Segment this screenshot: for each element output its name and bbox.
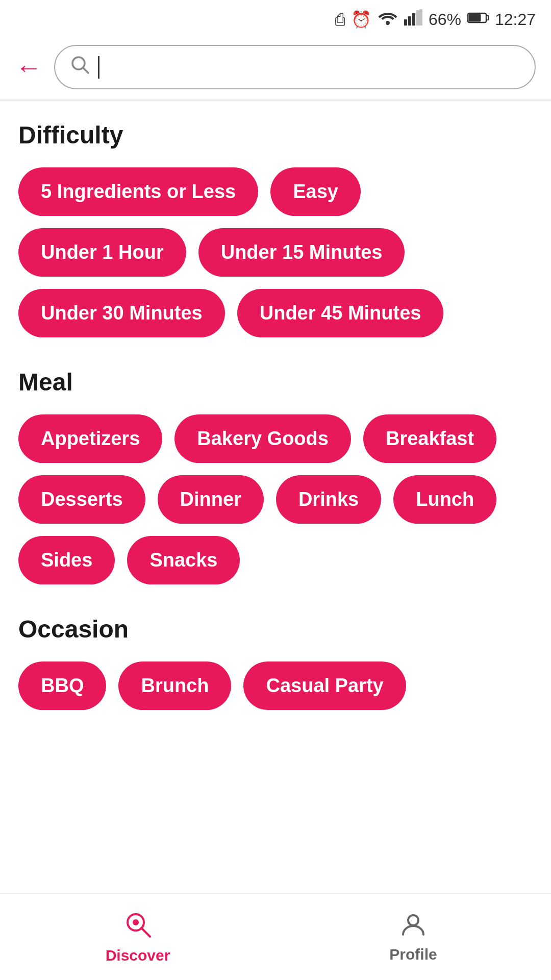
header: ← bbox=[0, 35, 551, 101]
battery-icon bbox=[467, 10, 489, 29]
meal-tags: Appetizers Bakery Goods Breakfast Desser… bbox=[18, 414, 533, 584]
tag-under-30-minutes[interactable]: Under 30 Minutes bbox=[18, 289, 225, 337]
svg-point-13 bbox=[408, 915, 418, 925]
bottom-nav: Discover Profile bbox=[0, 893, 551, 980]
svg-point-0 bbox=[386, 21, 390, 25]
discover-label: Discover bbox=[106, 947, 170, 964]
battery-percentage: 66% bbox=[429, 10, 461, 29]
svg-rect-7 bbox=[468, 14, 481, 21]
tag-under-45-minutes[interactable]: Under 45 Minutes bbox=[237, 289, 444, 337]
difficulty-tags: 5 Ingredients or Less Easy Under 1 Hour … bbox=[18, 167, 533, 337]
search-bar[interactable] bbox=[54, 45, 536, 89]
nav-profile[interactable]: Profile bbox=[362, 911, 464, 963]
status-icon-signal bbox=[404, 9, 422, 30]
tag-snacks[interactable]: Snacks bbox=[127, 536, 240, 584]
content: Difficulty 5 Ingredients or Less Easy Un… bbox=[0, 101, 551, 812]
svg-rect-2 bbox=[408, 16, 411, 26]
tag-desserts[interactable]: Desserts bbox=[18, 475, 145, 524]
svg-line-11 bbox=[141, 928, 150, 937]
tag-easy[interactable]: Easy bbox=[270, 167, 361, 216]
tag-5-ingredients[interactable]: 5 Ingredients or Less bbox=[18, 167, 258, 216]
svg-rect-4 bbox=[416, 10, 419, 26]
svg-line-9 bbox=[83, 68, 88, 73]
svg-point-12 bbox=[133, 919, 139, 925]
occasion-title: Occasion bbox=[18, 615, 533, 643]
profile-icon bbox=[400, 911, 427, 942]
svg-rect-1 bbox=[404, 19, 407, 26]
discover-icon bbox=[123, 910, 152, 943]
occasion-section: Occasion BBQ Brunch Casual Party bbox=[18, 615, 533, 710]
svg-rect-5 bbox=[419, 9, 422, 26]
time: 12:27 bbox=[495, 10, 536, 29]
tag-drinks[interactable]: Drinks bbox=[276, 475, 381, 524]
profile-label: Profile bbox=[389, 946, 437, 963]
search-cursor bbox=[98, 56, 99, 79]
tag-bbq[interactable]: BBQ bbox=[18, 662, 106, 710]
meal-section: Meal Appetizers Bakery Goods Breakfast D… bbox=[18, 368, 533, 584]
status-icon-alarm: ⏰ bbox=[351, 10, 371, 29]
nav-discover[interactable]: Discover bbox=[87, 910, 189, 964]
search-icon bbox=[70, 55, 90, 79]
status-icon-wifi bbox=[378, 10, 398, 29]
difficulty-title: Difficulty bbox=[18, 121, 533, 149]
status-icons: ⎙ ⏰ 66% 12:27 bbox=[335, 9, 536, 30]
tag-brunch[interactable]: Brunch bbox=[118, 662, 231, 710]
tag-under-15-minutes[interactable]: Under 15 Minutes bbox=[198, 228, 405, 277]
tag-appetizers[interactable]: Appetizers bbox=[18, 414, 162, 463]
difficulty-section: Difficulty 5 Ingredients or Less Easy Un… bbox=[18, 121, 533, 337]
status-bar: ⎙ ⏰ 66% 12:27 bbox=[0, 0, 551, 35]
svg-rect-3 bbox=[412, 13, 415, 26]
occasion-tags: BBQ Brunch Casual Party bbox=[18, 662, 533, 710]
status-icon-storage: ⎙ bbox=[335, 10, 345, 29]
tag-lunch[interactable]: Lunch bbox=[393, 475, 496, 524]
tag-sides[interactable]: Sides bbox=[18, 536, 115, 584]
tag-bakery-goods[interactable]: Bakery Goods bbox=[174, 414, 351, 463]
tag-breakfast[interactable]: Breakfast bbox=[363, 414, 496, 463]
tag-casual-party[interactable]: Casual Party bbox=[243, 662, 406, 710]
back-button[interactable]: ← bbox=[15, 54, 42, 81]
meal-title: Meal bbox=[18, 368, 533, 396]
tag-dinner[interactable]: Dinner bbox=[158, 475, 264, 524]
tag-under-1-hour[interactable]: Under 1 Hour bbox=[18, 228, 186, 277]
